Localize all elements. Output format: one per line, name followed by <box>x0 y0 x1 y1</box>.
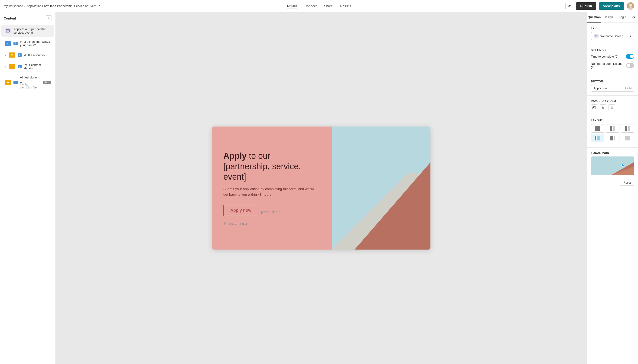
time-to-complete-toggle[interactable] <box>626 54 634 59</box>
svg-rect-12 <box>10 65 14 68</box>
image-section: Image or video <box>587 96 638 114</box>
sidebar-title: Content <box>4 16 16 20</box>
type-dropdown[interactable]: Welcome Screen ▾ <box>591 32 634 40</box>
topbar-nav: Create Connect Share Results <box>287 3 351 9</box>
type-dropdown-icon <box>594 34 598 38</box>
focal-point-dot[interactable] <box>621 164 624 167</box>
add-content-button[interactable]: + <box>46 15 52 21</box>
svg-point-1 <box>629 4 632 7</box>
layout-section-label: Layout <box>591 118 634 122</box>
sidebar-item-text-2: A little about you. <box>24 54 51 57</box>
layout-grid-bottom <box>591 134 634 142</box>
input-icon-1 <box>5 41 11 46</box>
viewplans-button[interactable]: View plans <box>599 2 624 10</box>
clock-icon: ⏱ <box>223 222 226 226</box>
focal-thumb[interactable] <box>591 156 634 175</box>
settings-section: Settings Time to complete (?) Number of … <box>587 45 638 75</box>
focal-section-label: Focal point <box>591 151 634 154</box>
layout-btn-4[interactable] <box>591 134 604 142</box>
type-dropdown-value: Welcome Screen <box>600 34 623 38</box>
layout-btn-2[interactable] <box>606 124 619 132</box>
layout-grid-top <box>591 124 634 132</box>
badge-num-1: 1 <box>14 42 18 45</box>
badge-paid-4: Paid <box>43 81 51 84</box>
form-main-title: Apply to our[partnership, service,event] <box>223 151 321 182</box>
title-strong: Apply <box>223 151 246 161</box>
form-right-panel <box>332 126 430 250</box>
nav-share[interactable]: Share <box>324 3 333 9</box>
publish-button[interactable]: Publish <box>576 2 596 10</box>
nav-results[interactable]: Results <box>340 3 351 9</box>
apply-btn-row: Apply now press Enter ↵ <box>223 205 321 220</box>
form-left-panel: Apply to our[partnership, service,event]… <box>212 126 332 250</box>
time-to-complete-label: Time to complete (?) <box>591 55 618 58</box>
focal-section: Focal point <box>587 148 638 178</box>
number-of-submissions-toggle[interactable] <box>626 63 634 68</box>
divider-1 <box>587 44 638 44</box>
button-field[interactable]: Apply now 9 / 24 <box>591 85 634 92</box>
nav-create[interactable]: Create <box>287 3 297 9</box>
number-of-submissions-label: Number of submissions (?) <box>591 62 626 69</box>
sidebar-item-3[interactable]: ▶ 3 Your contact details. <box>2 61 54 72</box>
sidebar-item-text-1: First things first, what's your name? <box>20 40 51 47</box>
tab-question[interactable]: Question <box>587 12 601 22</box>
sidebar-item-text-3: Your contact details. <box>24 63 51 70</box>
type-label: Type <box>591 26 634 30</box>
button-text-value: Apply now <box>594 86 625 90</box>
right-panel: Question Design Logic ⚙ Type Welcome Scr… <box>587 12 638 364</box>
layout-btn-5[interactable] <box>606 134 619 142</box>
sidebar-item-1[interactable]: 1 First things first, what's your name? <box>2 38 54 49</box>
settings-gear-icon[interactable]: ⚙ <box>630 12 638 22</box>
tab-design[interactable]: Design <box>601 12 616 22</box>
apply-now-button[interactable]: Apply now <box>223 205 258 216</box>
layout-btn-6[interactable] <box>621 134 634 142</box>
button-section-label: Button <box>591 80 634 83</box>
image-controls <box>591 104 634 111</box>
avatar[interactable] <box>627 2 634 10</box>
sidebar: Content + Apply to our [partnership, ser… <box>0 12 56 364</box>
svg-point-34 <box>602 108 603 109</box>
breadcrumb-separator: / <box>24 4 25 8</box>
settings-label: Settings <box>591 48 634 52</box>
focal-thumb-graphic <box>591 156 634 175</box>
panel-tabs: Question Design Logic ⚙ <box>587 12 638 23</box>
form-title-breadcrumb: Application Form for a Partnership, Serv… <box>27 4 100 8</box>
image-section-label: Image or video <box>591 99 634 102</box>
badge-num-4: 4 <box>14 81 18 84</box>
layout-btn-3[interactable] <box>621 124 634 132</box>
layout-section: Layout <box>587 116 638 146</box>
nav-connect[interactable]: Connect <box>304 3 317 9</box>
divider-4 <box>587 115 638 115</box>
time-to-complete-row: Time to complete (?) <box>591 54 634 59</box>
reset-row: Reset <box>587 178 638 190</box>
sidebar-item-welcome[interactable]: Apply to our [partnership, service, even… <box>2 25 54 37</box>
main-layout: Content + Apply to our [partnership, ser… <box>0 12 638 364</box>
form-subtitle: Submit your application by completing th… <box>223 186 321 197</box>
paid-icon-4 <box>5 80 11 85</box>
svg-rect-6 <box>6 42 10 45</box>
chevron-down-icon: ▾ <box>630 34 631 38</box>
workspace-link[interactable]: My workspace <box>4 4 23 8</box>
sidebar-item-4[interactable]: 4 Almost done, _! Lastly, ple...ation fe… <box>2 73 54 92</box>
topbar-left: My workspace / Application Form for a Pa… <box>4 4 564 8</box>
number-of-submissions-row: Number of submissions (?) <box>591 62 634 69</box>
reset-button[interactable]: Reset <box>620 180 634 186</box>
image-adjust-button[interactable] <box>600 104 606 111</box>
image-delete-button[interactable] <box>608 104 615 111</box>
layout-btn-1[interactable] <box>591 124 604 132</box>
expand-arrow-2[interactable]: ▶ <box>5 54 6 56</box>
topbar: My workspace / Application Form for a Pa… <box>0 0 638 12</box>
type-section: Type Welcome Screen ▾ <box>587 23 638 43</box>
tab-logic[interactable]: Logic <box>615 12 630 22</box>
sidebar-item-text-4: Almost done, _! Lastly, ple...ation fee. <box>20 76 41 89</box>
image-upload-button[interactable] <box>591 104 597 111</box>
svg-rect-35 <box>611 107 613 109</box>
preview-button[interactable]: 👁 <box>565 3 573 9</box>
topbar-right: 👁 Publish View plans <box>565 2 634 10</box>
canvas-area: Apply to our[partnership, service,event]… <box>56 12 587 364</box>
list-icon-2 <box>9 52 15 58</box>
expand-arrow-3[interactable]: ▶ <box>5 66 6 68</box>
button-section: Button Apply now 9 / 24 <box>587 77 638 94</box>
sidebar-item-2[interactable]: ▶ 2 A little about you. <box>2 50 54 60</box>
divider-2 <box>587 76 638 76</box>
